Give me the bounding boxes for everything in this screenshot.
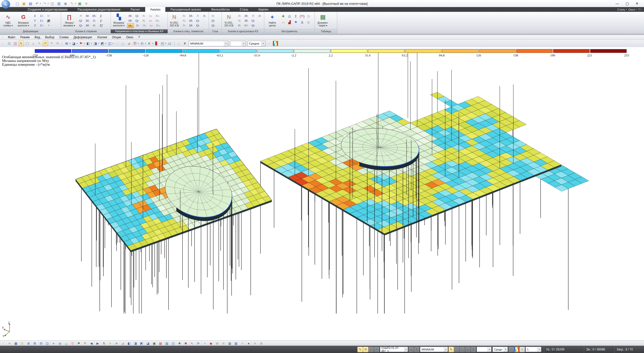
result-component-button-g4-1-2[interactable]: Mx (188, 14, 194, 18)
angle-icon[interactable]: ⊿ (120, 341, 125, 346)
ribbon-tab-3[interactable]: Расчет (126, 7, 145, 12)
tool-icon-2-5[interactable]: ◎ (306, 20, 311, 25)
pointer-icon[interactable]: ↖ (448, 347, 454, 352)
result-component-button-g3-1-1[interactable]: Mx (127, 14, 133, 18)
tool-icon-1-3[interactable]: Σ (293, 14, 298, 19)
result-component-button-g6-1-1[interactable]: Nx (236, 14, 243, 18)
find-center-button[interactable]: ⌖Найтицентр (265, 13, 279, 27)
menu-item-1[interactable]: Файл (5, 36, 18, 39)
restore-view-icon[interactable]: ⟲ (55, 41, 60, 46)
ribbon-tab-6[interactable]: Железобетон (206, 7, 235, 12)
menu-item-4[interactable]: Выбор (43, 36, 57, 39)
rows-icon[interactable]: ▤ (158, 341, 163, 346)
ruler-icon[interactable]: ⊔ (167, 41, 172, 46)
invert-icon[interactable]: ◪ (71, 41, 77, 46)
arrow-right-icon[interactable]: ▶ (95, 341, 100, 346)
grid-icon[interactable]: ▦ (13, 341, 18, 346)
pressure-icon-dropdown[interactable]: ▾ (138, 43, 139, 45)
hatch2-icon[interactable]: ▨ (234, 341, 239, 346)
probe-icon-dropdown[interactable]: ▾ (145, 43, 146, 45)
result-component-button-g4-3-3[interactable]: Qz (195, 23, 201, 28)
undo-view-icon[interactable]: ↶ (43, 41, 48, 46)
refresh-icon[interactable]: ⟳ (363, 347, 368, 352)
menu-item-8[interactable]: Опции (109, 36, 124, 39)
add-window-icon[interactable]: ⊞ (32, 341, 37, 346)
result-component-button-g1-1-3[interactable]: W (45, 14, 52, 18)
mosaic1-icon-dropdown[interactable]: ▾ (91, 43, 92, 45)
result-component-button-g3-3-1[interactable]: Mxy (127, 23, 134, 28)
fem-model-view[interactable] (0, 47, 644, 340)
menu-item-10[interactable]: ? (136, 36, 142, 39)
menu-item-5[interactable]: Схема (57, 36, 71, 39)
status-extra-combo[interactable]: ▾ (477, 347, 491, 352)
ribbon-tab-5[interactable]: Расширенный анализ (165, 7, 206, 12)
menu-item-7[interactable]: Усилия (94, 36, 109, 39)
next-step-icon[interactable]: ▼ (182, 41, 187, 46)
result-component-button-g1-1-2[interactable]: Ux (39, 14, 45, 18)
half-top-icon[interactable]: ◩ (139, 341, 144, 346)
fragment-icon[interactable]: ⊞ (64, 41, 69, 46)
recalc-icon[interactable]: ✎ (357, 347, 363, 352)
wave-icon[interactable]: ≋ (114, 341, 119, 346)
result-component-button-g3-3-2[interactable]: Rz (134, 23, 141, 28)
close-button[interactable]: ✕ (635, 2, 638, 6)
result-component-button-g1-3-1[interactable]: Z (32, 23, 38, 28)
window-grid-icon[interactable]: ⊡ (7, 41, 12, 46)
dot-icon[interactable]: ◉ (208, 341, 213, 346)
maximize-button[interactable]: ▢ (626, 2, 629, 6)
mosaic-isofields-plates-button[interactable]: ▚Мозаика/изополя ▾ (112, 13, 126, 27)
pen-icon-dropdown[interactable]: ▾ (75, 3, 76, 5)
save-icon[interactable]: ▤ (28, 1, 33, 6)
report-book-icon[interactable]: ▥ (56, 1, 62, 6)
select-pointer-icon[interactable]: ↖ (19, 41, 24, 46)
window-menu-3[interactable]: ?▾ (638, 8, 641, 11)
result-component-button-g3-2-1[interactable]: My (127, 18, 133, 23)
result-component-button-g3-2-4[interactable]: τxz (147, 18, 154, 23)
result-component-button-g1-3-3[interactable]: ◔ (45, 23, 52, 28)
pressure-icon[interactable]: Ⓟ (132, 41, 138, 46)
single-node-n-button[interactable]: NN (251,261 КЭ) (223, 13, 235, 27)
k-icon[interactable]: К (147, 41, 152, 46)
result-component-button-g3-1-3[interactable]: Nx (141, 14, 147, 18)
result-component-button-g1-1-1[interactable]: X (32, 14, 38, 18)
chart-3d-icon[interactable]: ▦ (77, 1, 83, 6)
home-icon[interactable]: ⌗ (7, 341, 12, 346)
menu-item-9[interactable]: Окно (124, 36, 136, 39)
tool-icon-2-1[interactable]: ▭ (281, 20, 286, 25)
undo-icon[interactable]: ↶ (34, 1, 40, 6)
rotate-icon[interactable]: ⟳ (196, 341, 201, 346)
new-icon[interactable]: ▢ (15, 1, 20, 6)
result-component-button-g1-2-2[interactable]: Uy (39, 18, 45, 23)
status-extra-combo-arrow[interactable]: ▾ (487, 347, 491, 352)
averaging-combo[interactable]: Средни▾ (248, 41, 266, 46)
result-component-button-g3-2-5[interactable]: Nya (154, 18, 161, 23)
cols-icon[interactable]: ▥ (164, 341, 169, 346)
quarter-icon[interactable]: ◔ (202, 341, 207, 346)
corner-icon[interactable]: ◳ (171, 341, 176, 346)
star-icon[interactable]: ⊛ (221, 341, 226, 346)
toolbar-overflow-icon[interactable]: ≡ (84, 1, 89, 6)
plus-icon[interactable]: ✚ (177, 341, 182, 346)
result-component-button-g4-2-3[interactable]: Qy (195, 18, 201, 23)
cross-icon[interactable]: ✖ (183, 341, 188, 346)
result-case-combo[interactable]: MINIMUM▾ (189, 41, 228, 46)
arrow-left-icon[interactable]: ◀ (89, 341, 94, 346)
result-component-button-g1-2-1[interactable]: Y (32, 18, 38, 23)
result-component-button-g2-1-3[interactable]: Mw (91, 14, 97, 18)
tool-icon-2-2[interactable]: ▟ (287, 20, 292, 25)
window-menu-1[interactable]: Стиль▾ (617, 8, 627, 11)
result-component-button-g4-1-4[interactable]: Rz (201, 14, 208, 18)
flag-green-icon[interactable]: ⚑ (76, 341, 81, 346)
result-component-button-g2-3-3[interactable]: Rz (91, 23, 97, 28)
hatch1-icon[interactable]: ▧ (227, 341, 232, 346)
extra-combo[interactable]: ▾ (230, 41, 246, 46)
result-component-button-g4-3-1[interactable]: Nz (181, 23, 187, 28)
result-case-combo-arrow[interactable]: ▾ (224, 41, 228, 46)
result-component-button-g5-3-1[interactable]: Qz (210, 23, 216, 28)
mosaic3-icon-dropdown[interactable]: ▾ (105, 43, 106, 45)
result-component-button-g1-2-3[interactable]: ▦ (45, 18, 52, 23)
menu-item-6[interactable]: Деформации (71, 36, 94, 39)
remove-window-icon[interactable]: ⊟ (39, 341, 44, 346)
tri-up-icon[interactable]: △ (64, 341, 69, 346)
tool-icon-1-1[interactable]: ✚ (281, 14, 286, 19)
